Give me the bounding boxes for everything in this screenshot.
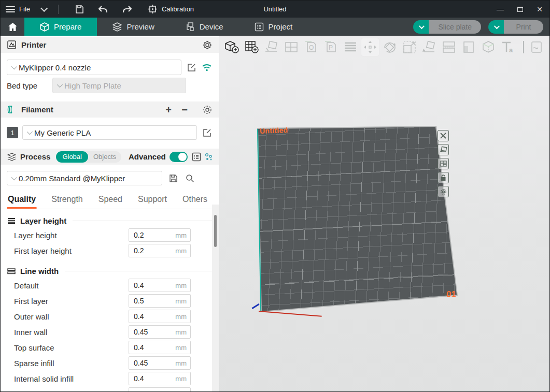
sparse-infill-line-width-input[interactable]: 0.45 mm [129,356,191,370]
svg-text:O: O [309,44,314,51]
process-preset-value: 0.20mm Standard @MyKlipper [19,174,125,183]
process-preset-select[interactable]: 0.20mm Standard @MyKlipper [7,171,162,185]
slice-plate-button[interactable]: Slice plate [429,20,481,34]
scope-global-button[interactable]: Global [56,151,88,163]
process-icon [7,152,17,161]
save-preset-icon[interactable] [167,172,179,184]
seam-painting-icon[interactable] [528,38,545,56]
filament-slot-badge: 1 [7,127,18,138]
search-icon[interactable] [184,172,195,184]
lay-on-face-icon[interactable] [420,38,438,56]
plate-action-icons [438,130,449,197]
arrange-icon[interactable] [283,38,300,56]
sidebar-scrollbar[interactable] [212,205,219,391]
scope-objects-button[interactable]: Objects [88,153,121,161]
bed-type-label: Bed type [7,81,47,90]
printer-edit-icon[interactable] [186,62,197,73]
printer-connection-icon[interactable] [201,62,213,73]
tab-preview[interactable]: Preview [97,18,170,36]
slice-dropdown-button[interactable] [413,20,429,34]
add-filament-button[interactable]: + [163,105,174,115]
settings-sidebar: Printer MyKlipper 0.4 nozzle [1,36,219,391]
param-row: Top surface 0.4 mm [1,340,219,355]
bed-type-select[interactable]: High Temp Plate [52,78,186,93]
split-parts-icon[interactable]: P [322,38,340,56]
inner-wall-line-width-input[interactable]: 0.45 mm [129,325,191,339]
print-dropdown-button[interactable] [488,20,504,34]
filament-preset-select[interactable]: My Generic PLA [22,125,197,140]
add-model-icon[interactable] [223,38,241,56]
filament-edit-icon[interactable] [201,127,213,138]
scale-tool-icon[interactable] [401,38,418,56]
filament-icon [7,105,17,114]
plate-name-label[interactable]: Untitled [260,126,288,135]
tab-support[interactable]: Support [138,192,167,209]
variable-layers-icon[interactable] [342,38,359,56]
group-layer-height: Layer height [1,213,219,227]
scrollbar-thumb[interactable] [214,215,217,247]
tab-speed[interactable]: Speed [98,192,122,209]
cut-tool-icon[interactable] [440,38,458,56]
layer-height-input[interactable]: 0.2 mm [129,228,191,242]
tab-quality[interactable]: Quality [8,192,36,209]
param-row: Layer height 0.2 mm [1,227,219,243]
param-row: Sparse infill 0.45 mm [1,355,219,371]
minimize-button[interactable]: — [490,1,510,18]
bed-type-value: High Temp Plate [64,81,121,90]
mesh-boolean-icon[interactable] [480,38,497,56]
plate-delete-icon[interactable] [438,130,449,141]
plate-settings-icon[interactable] [438,186,449,197]
process-tabs: Quality Strength Speed Support Others [1,192,219,209]
process-section-header: Process Global Objects Advanced [1,149,219,165]
support-line-width-input[interactable]: 0.4 mm [129,387,191,391]
home-button[interactable] [1,18,24,36]
menu-icon[interactable] [6,6,15,12]
tab-strength[interactable]: Strength [51,192,82,209]
calibration-button[interactable]: Calibration [148,4,194,14]
chevron-down-icon [57,82,63,88]
advanced-toggle[interactable] [170,152,188,162]
redo-icon[interactable] [122,4,132,14]
add-plate-icon[interactable] [243,38,261,56]
param-row: Support 0.4 mm [1,386,219,391]
support-painting-icon[interactable] [460,38,477,56]
first-layer-height-input[interactable]: 0.2 mm [129,244,191,257]
maximize-button[interactable] [510,1,530,18]
parameter-table-icon[interactable] [191,152,201,162]
first-layer-line-width-input[interactable]: 0.5 mm [129,294,191,308]
save-icon[interactable] [74,4,84,14]
move-tool-icon[interactable] [361,38,379,56]
close-button[interactable]: ✕ [530,1,549,18]
param-row: Internal solid infill 0.4 mm [1,371,219,386]
viewport-3d[interactable]: O P [219,36,549,391]
print-button[interactable]: Print [504,20,543,34]
undo-icon[interactable] [98,4,108,14]
outer-wall-line-width-input[interactable]: 0.4 mm [129,310,191,323]
printer-settings-icon[interactable] [202,40,213,50]
printer-preset-select[interactable]: MyKlipper 0.4 nozzle [7,60,181,75]
file-menu[interactable]: File [19,5,30,13]
rotate-tool-icon[interactable] [381,38,399,56]
filament-settings-icon[interactable] [202,105,213,115]
plate-orient-icon[interactable] [438,144,449,155]
nav-bar: Prepare Preview Device Project Slice pla… [1,18,549,36]
prepare-icon [40,22,49,32]
split-objects-icon[interactable]: O [302,38,320,56]
tab-prepare[interactable]: Prepare [24,18,97,36]
text-tool-icon[interactable]: a [499,38,517,56]
remove-filament-button[interactable]: − [179,105,190,115]
internal-solid-infill-line-width-input[interactable]: 0.4 mm [129,372,191,385]
printer-icon [7,40,17,50]
top-surface-line-width-input[interactable]: 0.4 mm [129,341,191,354]
compare-presets-icon[interactable] [205,152,213,162]
tab-device[interactable]: Device [170,18,239,36]
auto-orient-icon[interactable] [263,38,280,56]
plate-arrange-icon[interactable] [438,158,449,169]
default-line-width-input[interactable]: 0.4 mm [129,279,191,292]
plate-lock-icon[interactable] [438,172,449,183]
chevron-down-icon[interactable] [40,4,48,11]
tab-project[interactable]: Project [239,18,308,36]
chevron-down-icon [11,175,17,180]
tab-others[interactable]: Others [182,192,207,209]
calibration-icon [148,4,158,14]
